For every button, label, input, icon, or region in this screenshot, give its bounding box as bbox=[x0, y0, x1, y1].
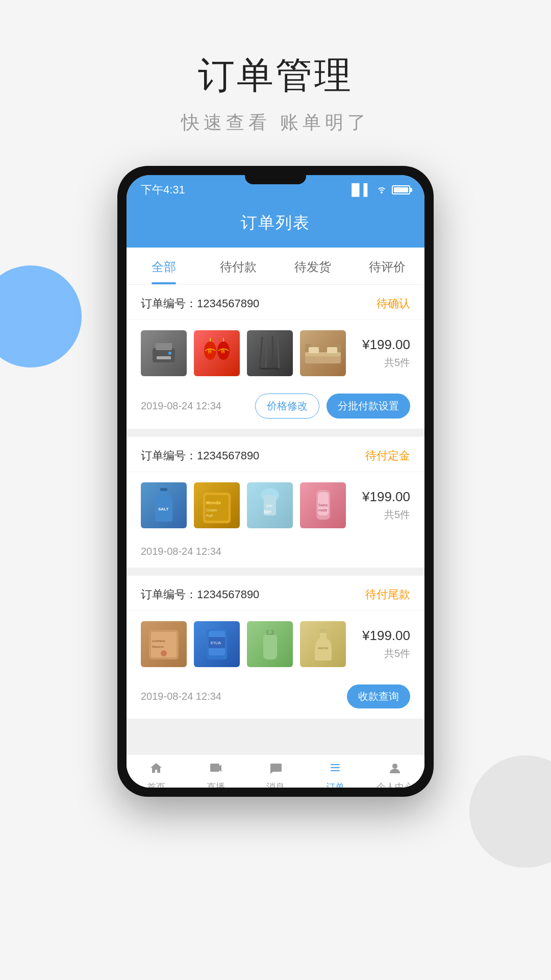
product-img-biscuit: GARNDEMacaron bbox=[141, 621, 187, 667]
svg-rect-18 bbox=[309, 347, 319, 353]
battery-icon bbox=[392, 185, 410, 194]
product-images-3: GARNDEMacaron EYLIA ANESSA bbox=[141, 621, 359, 667]
order-header-1: 订单编号：1234567890 待确认 bbox=[127, 285, 424, 320]
order-footer-3: 2019-08-24 12:34 收款查询 bbox=[127, 677, 424, 719]
tab-pending-payment[interactable]: 待付款 bbox=[201, 248, 276, 284]
order-footer-1: 2019-08-24 12:34 价格修改 分批付款设置 bbox=[127, 386, 424, 429]
svg-text:Puff: Puff bbox=[206, 514, 212, 518]
message-icon bbox=[268, 761, 283, 778]
order-status-1: 待确认 bbox=[377, 296, 410, 311]
product-img-medicine: EYLIA bbox=[194, 621, 240, 667]
price-count-1: 共5件 bbox=[359, 356, 410, 370]
product-img-bed bbox=[300, 330, 346, 376]
svg-point-3 bbox=[168, 352, 171, 355]
product-img-bottle: SALT bbox=[141, 482, 187, 528]
order-number-1: 订单编号：1234567890 bbox=[141, 296, 259, 311]
home-icon bbox=[149, 761, 163, 778]
svg-line-12 bbox=[272, 336, 273, 370]
order-products-3: GARNDEMacaron EYLIA ANESSA bbox=[127, 611, 424, 677]
svg-text:Monde: Monde bbox=[206, 500, 221, 505]
svg-line-10 bbox=[260, 337, 262, 370]
price-modify-button[interactable]: 价格修改 bbox=[255, 394, 319, 419]
svg-point-45 bbox=[268, 630, 272, 634]
app-header-title: 订单列表 bbox=[241, 213, 310, 232]
nav-home[interactable]: 首页 bbox=[127, 755, 186, 788]
order-list: 订单编号：1234567890 待确认 喜喜 bbox=[127, 285, 424, 754]
svg-text:GARNDE: GARNDE bbox=[152, 640, 165, 643]
product-img-brushes bbox=[247, 330, 293, 376]
order-status-2: 待付定金 bbox=[365, 448, 410, 463]
order-status-3: 待付尾款 bbox=[365, 587, 410, 602]
svg-rect-50 bbox=[331, 767, 340, 768]
phone-notch bbox=[245, 175, 306, 184]
svg-rect-49 bbox=[331, 764, 340, 765]
installment-setting-button[interactable]: 分批付款设置 bbox=[327, 394, 410, 419]
nav-order[interactable]: 订单 bbox=[305, 755, 365, 788]
page-subtitle: 快速查看 账单明了 bbox=[0, 110, 551, 135]
page-header: 订单管理 快速查看 账单明了 bbox=[0, 0, 551, 166]
svg-text:喜: 喜 bbox=[207, 348, 212, 354]
product-img-serum: ANESSA bbox=[300, 621, 346, 667]
svg-line-13 bbox=[278, 337, 279, 370]
svg-point-39 bbox=[161, 650, 167, 656]
svg-rect-48 bbox=[210, 764, 219, 772]
phone-frame: 下午4:31 ▐▌▌ 订单列表 bbox=[117, 166, 434, 797]
svg-text:Macaron: Macaron bbox=[152, 645, 164, 648]
action-buttons-3: 收款查询 bbox=[347, 684, 410, 708]
svg-rect-1 bbox=[156, 343, 172, 350]
nav-live-label: 直播 bbox=[207, 781, 225, 788]
order-date-2: 2019-08-24 12:34 bbox=[141, 546, 221, 557]
price-info-3: ¥199.00 共5件 bbox=[359, 628, 410, 660]
phone-screen: 下午4:31 ▐▌▌ 订单列表 bbox=[127, 175, 424, 788]
order-card-3: 订单编号：1234567890 待付尾款 GARNDEMacaron EYLIA bbox=[127, 576, 424, 719]
svg-line-11 bbox=[266, 336, 267, 370]
product-images-2: SALT MondeCreamPuff SPF50+ Swissmade bbox=[141, 482, 359, 528]
order-products-2: SALT MondeCreamPuff SPF50+ Swissmade bbox=[127, 472, 424, 538]
svg-rect-2 bbox=[157, 356, 171, 359]
svg-rect-51 bbox=[331, 770, 340, 771]
price-amount-1: ¥199.00 bbox=[359, 337, 410, 353]
product-img-beauty: Swissmade bbox=[300, 482, 346, 528]
product-img-lanterns: 喜喜 bbox=[194, 330, 240, 376]
svg-text:SPF: SPF bbox=[266, 504, 273, 508]
phone-wrapper: 下午4:31 ▐▌▌ 订单列表 bbox=[0, 166, 551, 797]
order-number-2: 订单编号：1234567890 bbox=[141, 448, 259, 463]
tabs-bar: 全部 待付款 待发货 待评价 bbox=[127, 248, 424, 285]
product-img-lotion bbox=[247, 621, 293, 667]
product-images-1: 喜喜 bbox=[141, 330, 359, 376]
price-count-3: 共5件 bbox=[359, 647, 410, 660]
product-img-food: MondeCreamPuff bbox=[194, 482, 240, 528]
svg-text:ANESSA: ANESSA bbox=[318, 647, 329, 650]
svg-rect-19 bbox=[327, 347, 337, 353]
tab-pending-shipment[interactable]: 待发货 bbox=[276, 248, 350, 284]
status-icons: ▐▌▌ bbox=[347, 183, 410, 197]
order-header-2: 订单编号：1234567890 待付定金 bbox=[127, 437, 424, 472]
price-amount-2: ¥199.00 bbox=[359, 489, 410, 505]
nav-home-label: 首页 bbox=[147, 781, 165, 788]
nav-message-label: 消息 bbox=[266, 781, 285, 788]
svg-rect-44 bbox=[263, 634, 277, 659]
order-number-3: 订单编号：1234567890 bbox=[141, 587, 259, 602]
payment-query-button[interactable]: 收款查询 bbox=[347, 684, 410, 708]
nav-message[interactable]: 消息 bbox=[246, 755, 306, 788]
price-info-1: ¥199.00 共5件 bbox=[359, 337, 410, 370]
signal-icon: ▐▌▌ bbox=[347, 183, 371, 197]
svg-text:SALT: SALT bbox=[158, 507, 168, 511]
nav-profile-label: 个人中心 bbox=[377, 781, 413, 788]
order-header-3: 订单编号：1234567890 待付尾款 bbox=[127, 576, 424, 611]
status-time: 下午4:31 bbox=[141, 182, 185, 198]
profile-icon bbox=[388, 761, 402, 778]
svg-rect-0 bbox=[153, 348, 175, 362]
nav-profile[interactable]: 个人中心 bbox=[365, 755, 424, 788]
nav-live[interactable]: 直播 bbox=[186, 755, 246, 788]
tab-pending-review[interactable]: 待评价 bbox=[350, 248, 424, 284]
svg-text:Swiss: Swiss bbox=[318, 503, 328, 507]
live-icon bbox=[209, 761, 223, 778]
wifi-icon bbox=[377, 183, 387, 197]
svg-text:Cream: Cream bbox=[206, 508, 217, 512]
tab-all[interactable]: 全部 bbox=[127, 248, 201, 284]
order-date-1: 2019-08-24 12:34 bbox=[141, 400, 221, 412]
order-card-2: 订单编号：1234567890 待付定金 SALT MondeCreamPuff bbox=[127, 437, 424, 568]
order-date-3: 2019-08-24 12:34 bbox=[141, 691, 221, 702]
product-img-cream: SPF50+ bbox=[247, 482, 293, 528]
